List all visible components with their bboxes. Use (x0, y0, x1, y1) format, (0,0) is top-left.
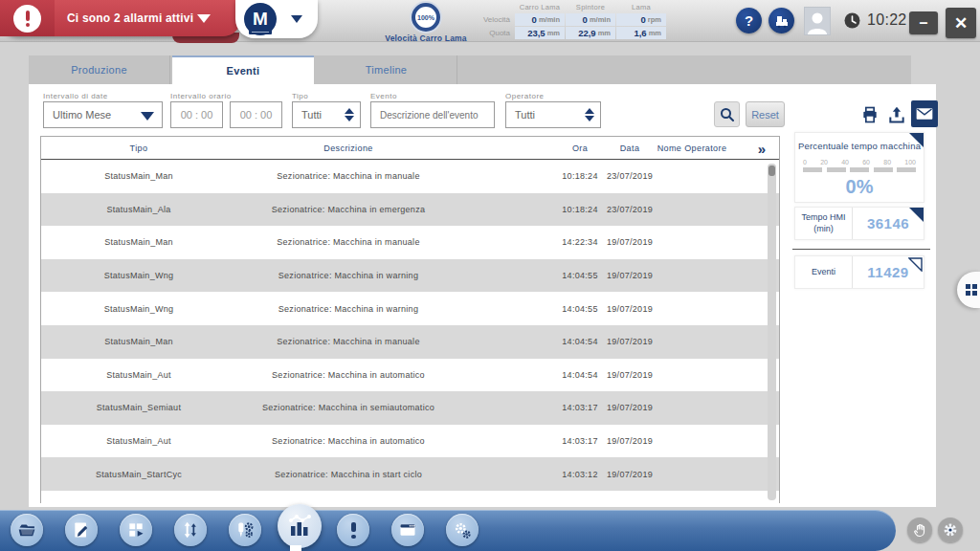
date-range-select[interactable]: Ultimo Mese (43, 101, 163, 128)
event-row[interactable]: StatusMain_ManSezionatrice: Macchina in … (41, 226, 779, 259)
active-alarms-banner[interactable]: Ci sono 2 allarmi attivi (0, 0, 241, 36)
operator-select[interactable]: Tutti (505, 101, 601, 128)
tools-icon (235, 520, 255, 540)
brand-menu[interactable]: M (235, 0, 318, 38)
time-range-label: Intervallo orario (170, 92, 232, 100)
help-button[interactable]: ? (736, 8, 762, 33)
axis-row-quota-label: Quota (476, 27, 514, 39)
reset-button[interactable]: Reset (746, 101, 785, 127)
tab-timeline[interactable]: Timeline (316, 55, 457, 84)
toolbar-axes-button[interactable] (174, 514, 207, 546)
cell-descrizione: Sezionatrice: Macchina in emergenza (205, 193, 492, 227)
cell-descrizione: Sezionatrice: Macchina in manuale (205, 325, 492, 359)
type-value: Tutti (301, 109, 322, 121)
type-select[interactable]: Tutti (292, 101, 361, 128)
spinner-icon[interactable] (585, 108, 594, 121)
toolbar-folder-button[interactable] (11, 514, 43, 546)
hmi-time-card[interactable]: Tempo HMI (min) 36146 (794, 207, 924, 240)
percent-bar-segments (803, 167, 916, 172)
event-row[interactable]: StatusMain_StartCycSezionatrice: Macchin… (41, 457, 779, 491)
search-button[interactable] (714, 101, 740, 127)
machine-time-percent-card[interactable]: Percentuale tempo macchina 0 20 40 60 80… (794, 132, 924, 203)
top-bar: Ci sono 2 allarmi attivi M 100% Velocità… (0, 0, 980, 42)
folder-icon (17, 520, 36, 540)
tab-produzione[interactable]: Produzione (29, 55, 170, 84)
cell-operatore (644, 259, 740, 293)
cell-operatore (644, 391, 740, 425)
expand-columns-icon[interactable]: » (758, 137, 766, 160)
drag-dots-icon (966, 284, 977, 296)
user-avatar[interactable] (804, 7, 831, 35)
event-field[interactable] (370, 101, 495, 128)
header-descrizione[interactable]: Descrizione (205, 137, 492, 160)
clock: 10:22 (844, 11, 907, 29)
event-row[interactable]: StatusMain_ManSezionatrice: Macchina in … (41, 160, 779, 193)
event-row[interactable]: StatusMain_WngSezionatrice: Macchina in … (41, 259, 779, 293)
events-count-card[interactable]: Eventi 11429 (794, 255, 924, 289)
time-to-field[interactable] (230, 101, 282, 128)
event-row[interactable]: StatusMain_AutSezionatrice: Macchina in … (41, 425, 779, 458)
toolbar-alarms-button[interactable] (337, 514, 369, 546)
alarm-banner-text: Ci sono 2 allarmi attivi (67, 11, 193, 25)
cell-descrizione: Sezionatrice: Macchina in manuale (205, 160, 492, 193)
toolbar-statistics-button[interactable] (278, 504, 322, 548)
header-nome-operatore[interactable]: Nome Operatore (644, 137, 740, 160)
quick-settings-button[interactable] (938, 518, 963, 542)
event-row[interactable]: StatusMain_WngSezionatrice: Macchina in … (41, 292, 779, 325)
statistics-icon (286, 513, 313, 540)
date-range-value: Ultimo Mese (53, 109, 111, 121)
close-button[interactable]: ✕ (946, 8, 976, 38)
cell-descrizione: Sezionatrice: Macchina in manuale (205, 226, 492, 259)
time-from-field[interactable] (170, 101, 223, 128)
tab-eventi[interactable]: Eventi (172, 55, 314, 84)
alarms-icon (345, 521, 362, 539)
help-icon: ? (745, 12, 753, 29)
time-from-input[interactable] (171, 109, 222, 121)
brand-dropdown-icon[interactable] (291, 15, 302, 23)
toolbar-edit-button[interactable] (65, 514, 98, 546)
print-button[interactable] (858, 102, 882, 127)
terminal-window-icon (398, 520, 417, 540)
speed-gauge-value: 100% (417, 14, 434, 21)
table-scrollbar-thumb[interactable] (768, 165, 775, 176)
toolbar-tools-button[interactable] (229, 514, 261, 546)
event-row[interactable]: StatusMain_SemiautSezionatrice: Macchina… (41, 391, 779, 425)
speed-gauge: 100% Velocità Carro Lama (383, 2, 469, 42)
axis-col-spintore: Spintore (566, 3, 615, 12)
event-row[interactable]: StatusMain_AutSezionatrice: Macchina in … (41, 359, 779, 392)
events-table-header: Tipo Descrizione Ora Data Nome Operatore… (41, 137, 779, 160)
export-button[interactable] (884, 102, 909, 127)
hand-mode-button[interactable] (907, 518, 932, 542)
cell-descrizione: Sezionatrice: Macchina in automatico (205, 359, 492, 392)
alarm-dropdown-icon[interactable] (197, 14, 211, 23)
active-tool-notch (290, 545, 301, 551)
minimize-button[interactable]: – (909, 11, 938, 34)
clock-time: 10:22 (867, 11, 907, 29)
toolbar-layout-button[interactable] (120, 514, 152, 546)
close-icon: ✕ (954, 13, 968, 33)
quota-carro-lama: 23,5mm (515, 27, 565, 39)
axis-row-velocita-label: Velocità (476, 13, 514, 26)
spinner-icon[interactable] (345, 108, 354, 121)
cell-descrizione: Sezionatrice: Macchina in warning (205, 292, 492, 325)
machine-button[interactable] (768, 8, 794, 33)
time-to-input[interactable] (231, 109, 281, 121)
card-corner-outline-icon (908, 257, 923, 272)
cell-operatore (644, 325, 740, 359)
table-scrollbar[interactable] (768, 164, 776, 500)
event-row[interactable]: StatusMain_ManSezionatrice: Macchina in … (41, 325, 779, 359)
brand-letter: M (253, 9, 268, 30)
velocita-lama: 0rpm (616, 13, 666, 26)
events-count-label: Eventi (795, 256, 853, 288)
event-label: Evento (370, 92, 397, 100)
event-input[interactable] (371, 110, 494, 121)
toolbar-settings-button[interactable] (446, 514, 479, 546)
mail-button[interactable] (911, 100, 938, 127)
toolbar-terminal-button[interactable] (391, 514, 424, 546)
side-drawer-handle[interactable] (957, 272, 980, 308)
machine-time-percent-value: 0% (795, 176, 924, 198)
cell-operatore (644, 425, 740, 458)
hand-icon (913, 523, 927, 538)
event-row[interactable]: StatusMain_AlaSezionatrice: Macchina in … (41, 193, 779, 227)
reset-label: Reset (751, 109, 779, 121)
